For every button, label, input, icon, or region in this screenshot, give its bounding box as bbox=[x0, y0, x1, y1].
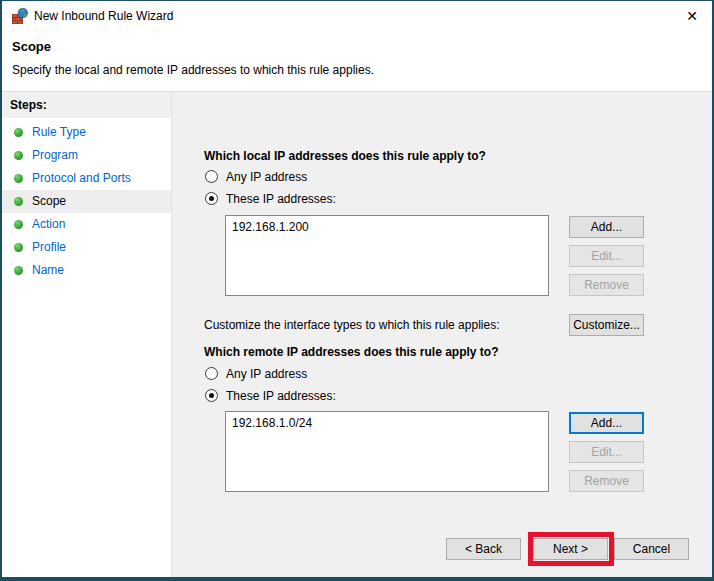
main-panel: Which local IP addresses does this rule … bbox=[172, 92, 712, 577]
remote-these-ip-label: These IP addresses: bbox=[226, 389, 336, 403]
remote-remove-button: Remove bbox=[569, 470, 644, 492]
wizard-window: New Inbound Rule Wizard ✕ Scope Specify … bbox=[0, 0, 714, 581]
firewall-icon bbox=[12, 8, 28, 24]
local-any-ip-label: Any IP address bbox=[226, 170, 307, 184]
sidebar-item-protocol-and-ports[interactable]: Protocol and Ports bbox=[2, 167, 171, 190]
back-button[interactable]: < Back bbox=[446, 538, 521, 560]
local-ip-question: Which local IP addresses does this rule … bbox=[204, 149, 486, 163]
remote-ip-question: Which remote IP addresses does this rule… bbox=[204, 345, 499, 359]
local-edit-button: Edit... bbox=[569, 245, 644, 267]
step-status-icon bbox=[14, 243, 23, 252]
remote-ip-list-item[interactable]: 192.168.1.0/24 bbox=[232, 415, 542, 431]
sidebar-item-scope[interactable]: Scope bbox=[2, 190, 171, 213]
local-ip-listbox[interactable]: 192.168.1.200 bbox=[225, 215, 549, 296]
steps-heading: Steps: bbox=[2, 92, 171, 118]
remote-edit-button: Edit... bbox=[569, 441, 644, 463]
wizard-header: Scope Specify the local and remote IP ad… bbox=[2, 31, 712, 92]
remote-ip-listbox[interactable]: 192.168.1.0/24 bbox=[225, 411, 549, 492]
step-status-icon bbox=[14, 220, 23, 229]
local-add-button[interactable]: Add... bbox=[569, 216, 644, 238]
step-status-icon bbox=[14, 174, 23, 183]
remote-any-ip-label: Any IP address bbox=[226, 367, 307, 381]
step-status-icon bbox=[14, 128, 23, 137]
sidebar-item-label: Profile bbox=[32, 240, 66, 254]
sidebar-item-profile[interactable]: Profile bbox=[2, 236, 171, 259]
sidebar-item-label: Program bbox=[32, 148, 78, 162]
next-button[interactable]: Next > bbox=[533, 538, 608, 560]
remote-these-ip-radio[interactable]: These IP addresses: bbox=[205, 389, 336, 405]
sidebar-item-program[interactable]: Program bbox=[2, 144, 171, 167]
steps-list: Rule Type Program Protocol and Ports Sco… bbox=[2, 121, 171, 282]
sidebar-item-label: Protocol and Ports bbox=[32, 171, 131, 185]
titlebar: New Inbound Rule Wizard ✕ bbox=[2, 1, 712, 31]
step-status-icon bbox=[14, 151, 23, 160]
radio-checked-icon[interactable] bbox=[205, 389, 218, 402]
sidebar-item-label: Rule Type bbox=[32, 125, 86, 139]
sidebar-item-label: Name bbox=[32, 263, 64, 277]
page-description: Specify the local and remote IP addresse… bbox=[12, 63, 374, 77]
step-status-icon bbox=[14, 197, 23, 206]
remote-any-ip-radio[interactable]: Any IP address bbox=[205, 367, 307, 383]
local-these-ip-label: These IP addresses: bbox=[226, 192, 336, 206]
sidebar-item-label: Scope bbox=[32, 194, 66, 208]
local-any-ip-radio[interactable]: Any IP address bbox=[205, 170, 307, 186]
steps-sidebar: Steps: Rule Type Program Protocol and Po… bbox=[2, 92, 172, 577]
customize-button[interactable]: Customize... bbox=[569, 314, 644, 336]
window-title: New Inbound Rule Wizard bbox=[34, 1, 173, 31]
step-status-icon bbox=[14, 266, 23, 275]
sidebar-item-name[interactable]: Name bbox=[2, 259, 171, 282]
customize-interface-label: Customize the interface types to which t… bbox=[204, 318, 499, 332]
sidebar-item-rule-type[interactable]: Rule Type bbox=[2, 121, 171, 144]
local-these-ip-radio[interactable]: These IP addresses: bbox=[205, 192, 336, 208]
radio-checked-icon[interactable] bbox=[205, 192, 218, 205]
remote-add-button[interactable]: Add... bbox=[569, 412, 644, 434]
local-ip-list-item[interactable]: 192.168.1.200 bbox=[232, 219, 542, 235]
close-icon[interactable]: ✕ bbox=[680, 5, 704, 27]
sidebar-item-label: Action bbox=[32, 217, 65, 231]
page-title: Scope bbox=[12, 39, 51, 54]
radio-icon[interactable] bbox=[205, 170, 218, 183]
radio-icon[interactable] bbox=[205, 367, 218, 380]
local-remove-button: Remove bbox=[569, 274, 644, 296]
sidebar-item-action[interactable]: Action bbox=[2, 213, 171, 236]
cancel-button[interactable]: Cancel bbox=[614, 538, 689, 560]
